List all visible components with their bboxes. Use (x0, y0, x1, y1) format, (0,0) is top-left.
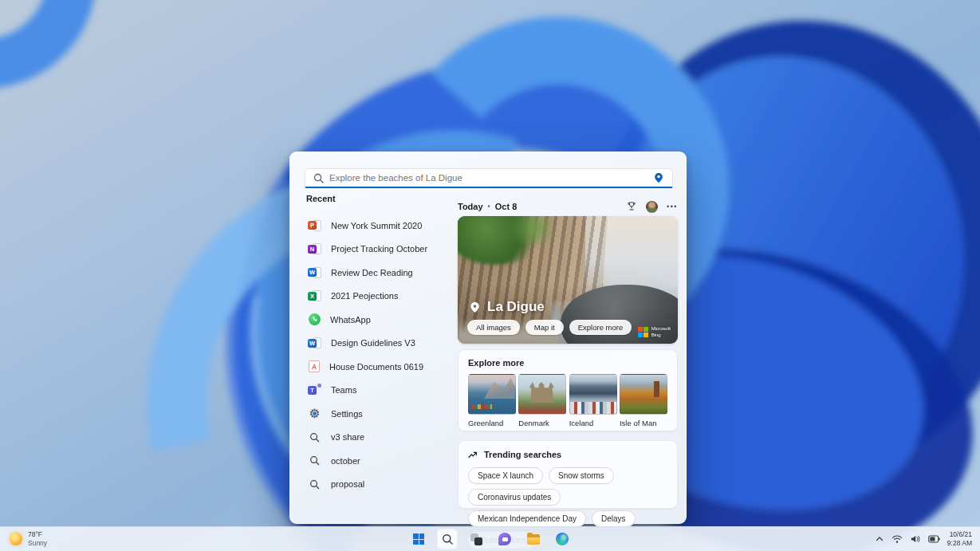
recent-item-label: New York Summit 2020 (331, 221, 422, 230)
search-icon (442, 533, 454, 545)
clock-date-display[interactable]: 10/6/21 9:28 AM (947, 530, 972, 548)
sunny-weather-icon (10, 533, 22, 545)
more-options-button[interactable]: ••• (667, 203, 678, 211)
search-button[interactable] (437, 529, 458, 549)
trending-chip[interactable]: Delays (592, 510, 636, 527)
recent-item[interactable]: T Teams (306, 379, 454, 403)
system-tray: 10/6/21 9:28 AM (875, 530, 972, 548)
chat-icon (498, 533, 511, 545)
search-box[interactable] (305, 168, 673, 188)
rewards-trophy-icon[interactable] (626, 201, 637, 212)
task-view-button[interactable] (466, 529, 486, 549)
tray-chevron-up-icon[interactable] (875, 534, 884, 544)
taskbar-weather-widget[interactable]: 78°F Sunny (10, 530, 47, 547)
explore-item-isle-of-man[interactable]: Isle of Man (620, 374, 667, 427)
trending-chip[interactable]: Mexican Independence Day (468, 510, 586, 527)
word-icon: W (308, 266, 321, 279)
user-avatar[interactable] (646, 201, 658, 213)
today-header: Today • Oct 8 ••• (458, 200, 678, 213)
battery-icon[interactable] (928, 535, 940, 543)
map-pin-icon (469, 301, 481, 313)
trending-title: Trending searches (484, 450, 561, 459)
search-icon (308, 478, 321, 490)
iceland-thumbnail (569, 374, 617, 415)
file-explorer-button[interactable] (523, 529, 544, 549)
hero-image-la-digue[interactable]: La Digue All images Map it Explore more … (458, 216, 678, 344)
tray-time: 9:28 AM (947, 539, 972, 547)
whatsapp-icon (309, 313, 321, 325)
trending-chip[interactable]: Space X launch (468, 467, 543, 484)
recent-item-label: Design Guidelines V3 (331, 338, 415, 348)
taskbar: 78°F Sunny (0, 526, 980, 551)
volume-icon[interactable] (910, 534, 921, 544)
powerpoint-icon: P (308, 219, 321, 232)
recent-section: Recent P New York Summit 2020 N Project … (306, 194, 454, 496)
recent-item-label: Teams (331, 385, 356, 395)
trending-arrow-icon (468, 450, 478, 459)
all-images-button[interactable]: All images (467, 320, 520, 335)
task-view-icon (470, 533, 482, 545)
search-icon (308, 431, 321, 443)
teams-icon: T (308, 384, 321, 396)
explore-item-denmark[interactable]: Denmark (518, 374, 566, 427)
separator-dot: • (488, 203, 490, 211)
recent-item[interactable]: N Project Tracking October (306, 238, 454, 262)
today-date: Oct 8 (495, 202, 518, 211)
recent-item-label: Settings (331, 409, 363, 419)
today-label: Today (458, 202, 483, 211)
trending-searches-card: Trending searches Space X launch Snow st… (458, 440, 678, 509)
recent-item[interactable]: X 2021 Peojections (306, 285, 454, 309)
search-icon (313, 173, 324, 183)
recent-item[interactable]: ⚙ Settings (306, 402, 454, 426)
recent-item[interactable]: W Design Guidelines V3 (306, 332, 454, 356)
search-icon (308, 455, 321, 467)
trending-chip[interactable]: Snow storms (549, 467, 614, 484)
recent-item[interactable]: proposal (306, 473, 454, 497)
recent-item-label: Project Tracking October (331, 244, 427, 254)
recent-item[interactable]: october (306, 449, 454, 473)
edge-browser-button[interactable] (552, 529, 573, 549)
weather-condition: Sunny (28, 539, 47, 547)
map-it-button[interactable]: Map it (525, 320, 564, 335)
thumb-label: Greenland (468, 419, 516, 427)
hero-location-name: La Digue (487, 299, 545, 315)
tray-date: 10/6/21 (950, 530, 972, 538)
settings-gear-icon: ⚙ (308, 407, 321, 420)
location-pin-icon[interactable] (653, 172, 664, 183)
explore-item-greenland[interactable]: Greenland (468, 374, 516, 427)
wifi-icon[interactable] (891, 534, 903, 544)
recent-item[interactable]: WhatsApp (306, 308, 454, 332)
recent-item-label: v3 share (331, 432, 364, 442)
denmark-thumbnail (518, 374, 566, 415)
recent-title: Recent (306, 194, 454, 203)
explore-more-title: Explore more (468, 358, 667, 368)
search-flyout-panel: Recent P New York Summit 2020 N Project … (289, 152, 687, 524)
recent-item[interactable]: v3 share (306, 426, 454, 450)
thumb-label: Isle of Man (620, 419, 667, 427)
recent-item-label: Review Dec Reading (331, 268, 413, 277)
explore-more-button[interactable]: Explore more (569, 320, 632, 335)
microsoft-bing-logo: Microsoft Bing (638, 326, 671, 338)
microsoft-logo-icon (638, 327, 648, 337)
start-button[interactable] (408, 529, 429, 549)
chat-button[interactable] (494, 529, 515, 549)
explore-item-iceland[interactable]: Iceland (569, 374, 617, 427)
recent-item-label: 2021 Peojections (331, 291, 398, 301)
recent-item-label: proposal (331, 479, 364, 489)
word-icon: W (308, 337, 321, 349)
recent-item-label: october (331, 456, 360, 466)
recent-item[interactable]: P New York Summit 2020 (306, 214, 454, 238)
windows-logo-icon (413, 533, 424, 545)
thumb-label: Iceland (569, 419, 617, 427)
thumb-label: Denmark (518, 419, 566, 427)
trending-chip[interactable]: Coronavirus updates (468, 489, 561, 506)
recent-list: P New York Summit 2020 N Project Trackin… (306, 214, 454, 496)
search-input[interactable] (329, 173, 647, 183)
edge-icon (556, 533, 569, 545)
explore-more-card: Explore more Greenland Denmark Iceland I… (458, 349, 678, 431)
folder-icon (527, 534, 540, 545)
recent-item-label: House Documents 0619 (329, 362, 423, 372)
recent-item[interactable]: A House Documents 0619 (306, 355, 454, 379)
isle-of-man-thumbnail (620, 374, 667, 415)
recent-item[interactable]: W Review Dec Reading (306, 261, 454, 285)
